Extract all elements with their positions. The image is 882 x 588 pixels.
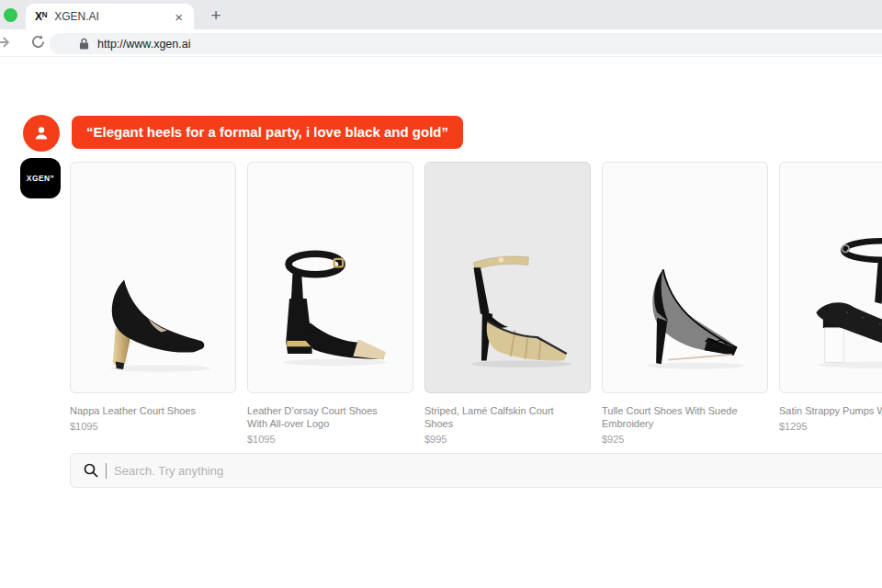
product-card-nappa-court[interactable] [70,162,236,393]
xgen-logo: XGEN” [20,158,61,198]
product-label: Satin Strappy Pumps With $1295 [779,404,882,445]
url-bar[interactable]: http://www.xgen.ai [50,33,882,54]
tulle-court-shoe-image [616,188,754,381]
search-placeholder: Search. Try anything [114,464,223,478]
product-price: $1295 [779,421,882,432]
product-labels-row: Nappa Leather Court Shoes $1095 Leather … [70,404,882,445]
product-title[interactable]: Leather D’orsay Court Shoes With All-ove… [247,404,400,430]
tab-title: XGEN.AI [54,10,165,23]
product-card-striped-lame[interactable] [424,162,591,393]
product-title[interactable]: Striped, Lamé Calfskin Court Shoes [424,404,577,430]
lock-icon [79,38,89,50]
xgen-favicon-icon: Xᴺ [35,10,47,23]
tab-strip: Xᴺ XGEN.AI × + [0,0,882,29]
product-price: $995 [424,434,591,445]
text-cursor [106,463,107,479]
window-control-dot[interactable] [4,8,17,22]
product-price: $1095 [70,421,236,432]
product-label: Leather D’orsay Court Shoes With All-ove… [247,404,413,445]
product-card-dorsay-court[interactable] [247,162,413,393]
user-icon [32,124,51,142]
dorsay-court-shoe-image [262,188,400,381]
tab-close-icon[interactable]: × [173,9,185,25]
product-title[interactable]: Nappa Leather Court Shoes [70,404,222,417]
chat-message-bubble: “Elegant heels for a formal party, i lov… [72,116,463,149]
satin-strappy-shoe-image [794,188,882,381]
new-tab-button[interactable]: + [204,4,228,28]
product-price: $1095 [247,434,413,445]
search-input[interactable]: Search. Try anything [70,453,882,488]
product-label: Striped, Lamé Calfskin Court Shoes $995 [424,404,591,445]
product-label: Nappa Leather Court Shoes $1095 [70,404,236,445]
striped-lame-shoe-image [439,188,577,381]
forward-icon[interactable] [0,33,12,51]
browser-tab[interactable]: Xᴺ XGEN.AI × [26,4,194,29]
product-title[interactable]: Satin Strappy Pumps With [779,404,882,417]
product-grid [70,162,882,393]
product-title[interactable]: Tulle Court Shoes With Suede Embroidery [602,404,754,430]
product-price: $925 [602,434,768,445]
product-card-satin-strappy[interactable] [779,162,882,393]
url-text: http://www.xgen.ai [97,38,190,51]
nappa-court-shoe-image [85,188,222,381]
product-label: Tulle Court Shoes With Suede Embroidery … [602,404,768,445]
product-card-tulle-court[interactable] [602,162,768,393]
search-icon [84,463,98,478]
user-avatar [23,115,60,152]
reload-icon[interactable] [30,34,46,50]
